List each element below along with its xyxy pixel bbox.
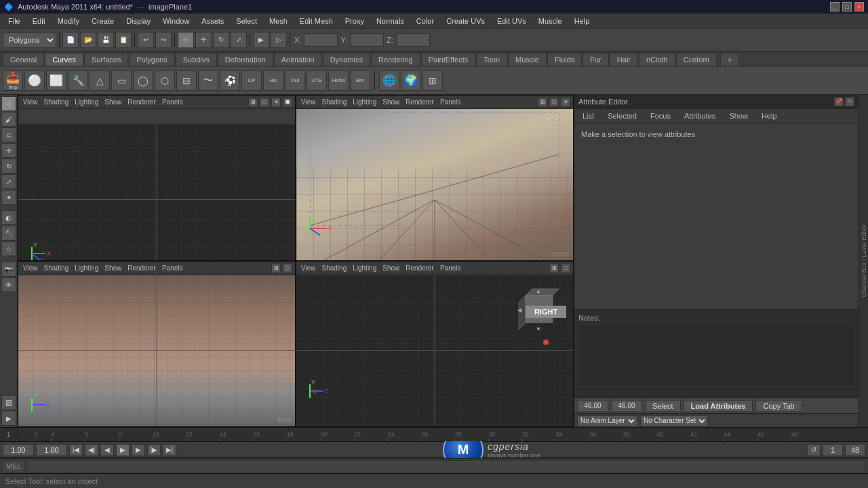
- prev-frame-btn[interactable]: ◀: [100, 444, 114, 456]
- vp-tl-renderer[interactable]: Renderer: [125, 98, 158, 106]
- vp-tr-lighting[interactable]: Lighting: [351, 98, 378, 106]
- notes-textarea[interactable]: [578, 325, 854, 386]
- attr-tab-list[interactable]: List: [577, 110, 599, 121]
- menu-select[interactable]: Select: [231, 16, 262, 26]
- vp-br-renderer[interactable]: Renderer: [403, 264, 436, 272]
- vp-tr-renderer[interactable]: Renderer: [403, 98, 436, 106]
- menu-help[interactable]: Help: [569, 16, 595, 26]
- anim-layer-select[interactable]: No Anim Layer: [577, 415, 637, 426]
- copy-tab-button[interactable]: Copy Tab: [755, 400, 802, 412]
- vp-tl-show[interactable]: Show: [102, 98, 123, 106]
- char-set-select[interactable]: No Character Set: [640, 415, 708, 426]
- tab-rendering[interactable]: Rendering: [371, 53, 420, 66]
- scale-tool-left[interactable]: ⤢: [1, 174, 16, 189]
- attr-tab-attributes[interactable]: Attributes: [679, 110, 721, 121]
- tab-fluids[interactable]: Fluids: [547, 53, 582, 66]
- menu-proxy[interactable]: Proxy: [340, 16, 370, 26]
- undo-btn[interactable]: ↩: [138, 32, 154, 48]
- loop-btn[interactable]: ↺: [807, 444, 821, 456]
- vp-tl-shading[interactable]: Shading: [42, 98, 71, 106]
- shelf-icon-cone[interactable]: △: [90, 70, 110, 91]
- shelf-icon-hshd[interactable]: Hshd: [328, 70, 349, 91]
- next-key-btn[interactable]: |▶: [147, 444, 161, 456]
- tab-hair[interactable]: Hair: [610, 53, 638, 66]
- time-field-2[interactable]: 46.00: [611, 400, 642, 412]
- shelf-icon-sphere[interactable]: ⚪: [24, 70, 45, 91]
- timeline-track[interactable]: 2 4 6 8 10 12 14 16 18 20 22: [18, 427, 859, 442]
- shelf-icon-prism[interactable]: ⬡: [155, 70, 175, 91]
- rotate-tool-btn[interactable]: ↻: [213, 32, 229, 48]
- render-btn[interactable]: ▶: [253, 32, 269, 48]
- vp-br-icon2[interactable]: □: [561, 264, 570, 273]
- shelf-icon-imp[interactable]: 📥Imp: [3, 70, 23, 91]
- shelf-icon-cyl[interactable]: 🔧: [68, 70, 88, 91]
- vp-tr-show[interactable]: Show: [380, 98, 401, 106]
- tab-painteffects[interactable]: PaintEffects: [421, 53, 476, 66]
- attr-tab-focus[interactable]: Focus: [645, 110, 676, 121]
- vp-tl-icon3[interactable]: ☀: [271, 98, 281, 107]
- vp-br-show[interactable]: Show: [380, 264, 401, 272]
- x-input[interactable]: [304, 33, 338, 47]
- vp-bl-show[interactable]: Show: [102, 264, 123, 272]
- vp-tr-view[interactable]: View: [299, 98, 318, 106]
- tab-animation[interactable]: Animation: [274, 53, 322, 66]
- menu-muscle[interactable]: Muscle: [533, 16, 568, 26]
- select-button[interactable]: Select: [645, 400, 681, 412]
- menu-edit-mesh[interactable]: Edit Mesh: [294, 16, 338, 26]
- load-attributes-button[interactable]: Load Attributes: [684, 400, 753, 412]
- attr-pin-btn[interactable]: 📌: [834, 97, 844, 106]
- menu-mesh[interactable]: Mesh: [264, 16, 293, 26]
- menu-create[interactable]: Create: [86, 16, 119, 26]
- maximize-button[interactable]: □: [842, 2, 852, 12]
- vp-bl-icon2[interactable]: □: [283, 264, 292, 273]
- universal-manip[interactable]: ✦: [1, 190, 16, 205]
- attr-tab-help[interactable]: Help: [756, 110, 783, 121]
- channel-box-label[interactable]: Channel Box / Layer Editor: [859, 95, 868, 427]
- shelf-icon-cp[interactable]: CP: [241, 70, 262, 91]
- vp-tl-icon1[interactable]: ⊞: [248, 98, 258, 107]
- go-start-btn[interactable]: |◀: [69, 444, 83, 456]
- vp-tl-panels[interactable]: Panels: [160, 98, 185, 106]
- vp-tl-icon2[interactable]: □: [260, 98, 269, 107]
- save-as-btn[interactable]: 📋: [115, 32, 132, 48]
- current-time-input[interactable]: 1.00: [3, 444, 34, 456]
- prev-key-btn[interactable]: ◀|: [85, 444, 98, 456]
- redo-btn[interactable]: ↪: [155, 32, 172, 48]
- vp-bl-icon1[interactable]: ⊞: [271, 264, 281, 273]
- shelf-icon-plane[interactable]: ▭: [111, 70, 132, 91]
- select-tool-btn[interactable]: ⊹: [178, 32, 194, 48]
- vp-br-lighting[interactable]: Lighting: [351, 264, 378, 272]
- shelf-icon-his[interactable]: His: [263, 70, 283, 91]
- menu-edit-uvs[interactable]: Edit UVs: [492, 16, 532, 26]
- vp-bl-lighting[interactable]: Lighting: [73, 264, 100, 272]
- tab-toon[interactable]: Toon: [476, 53, 507, 66]
- tab-dynamics[interactable]: Dynamics: [323, 53, 370, 66]
- tab-ncloth[interactable]: nCloth: [639, 53, 675, 66]
- paint-select-tool[interactable]: 🖌: [1, 112, 16, 127]
- vp-tl-icon4[interactable]: 🔲: [283, 98, 292, 107]
- minimize-button[interactable]: _: [830, 2, 840, 12]
- menu-display[interactable]: Display: [121, 16, 156, 26]
- frame-input[interactable]: 1: [823, 444, 843, 456]
- move-tool-left[interactable]: ✛: [1, 143, 16, 158]
- menu-file[interactable]: File: [3, 16, 26, 26]
- tab-muscle[interactable]: Muscle: [508, 53, 547, 66]
- tab-general[interactable]: General: [3, 53, 44, 66]
- vp-tr-panels[interactable]: Panels: [438, 98, 463, 106]
- rotate-tool-left[interactable]: ↻: [1, 159, 16, 174]
- shelf-icon-globe[interactable]: 🌐: [379, 70, 399, 91]
- new-scene-btn[interactable]: 📄: [62, 32, 79, 48]
- menu-window[interactable]: Window: [157, 16, 195, 26]
- play-btn[interactable]: ▶: [116, 444, 130, 456]
- vp-bl-view[interactable]: View: [21, 264, 40, 272]
- tab-polygons[interactable]: Polygons: [129, 53, 174, 66]
- shelf-icon-pipe[interactable]: ⊟: [176, 70, 197, 91]
- shelf-icon-bro[interactable]: Bro: [350, 70, 370, 91]
- vp-br-icon1[interactable]: ⊞: [549, 264, 559, 273]
- menu-color[interactable]: Color: [411, 16, 439, 26]
- vp-tl-view[interactable]: View: [21, 98, 40, 106]
- vp-br-view[interactable]: View: [299, 264, 318, 272]
- render-view[interactable]: 🖼: [1, 395, 16, 410]
- shelf-icon-cube[interactable]: ⬜: [46, 70, 66, 91]
- next-frame-btn[interactable]: ▶: [132, 444, 145, 456]
